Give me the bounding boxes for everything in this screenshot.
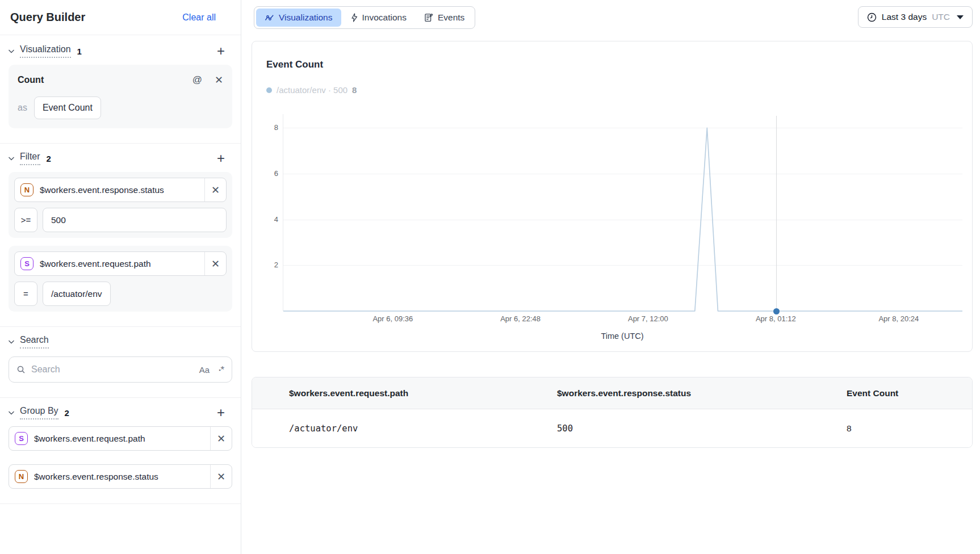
at-sign-icon[interactable]: @ bbox=[192, 74, 202, 86]
add-group-by-button[interactable]: + bbox=[217, 407, 225, 418]
close-icon: ✕ bbox=[217, 433, 225, 445]
clock-icon bbox=[867, 12, 877, 22]
group-by-field-pill[interactable]: S $workers.event.request.path ✕ bbox=[9, 426, 232, 451]
tab-visualizations[interactable]: Visualizations bbox=[256, 9, 341, 27]
search-box: Aa ▪* bbox=[9, 356, 232, 383]
top-bar: Visualizations Invocations Events Last 3… bbox=[241, 0, 980, 34]
sidebar-header: Query Builder Clear all bbox=[0, 0, 241, 35]
x-tick-label: Apr 8, 01:12 bbox=[736, 314, 815, 323]
y-tick-label: 8 bbox=[262, 123, 278, 133]
column-header-count: Event Count bbox=[847, 388, 972, 398]
add-filter-button[interactable]: + bbox=[217, 153, 225, 164]
chevron-down-icon[interactable] bbox=[8, 340, 15, 344]
pulse-chart-icon bbox=[265, 14, 274, 22]
string-type-icon: S bbox=[20, 257, 33, 270]
plot-area[interactable] bbox=[283, 114, 962, 311]
remove-group-by-button[interactable]: ✕ bbox=[210, 465, 232, 488]
section-divider bbox=[0, 503, 241, 504]
filter-count: 2 bbox=[47, 154, 51, 163]
filter-item: S $workers.event.request.path ✕ = /actua… bbox=[9, 246, 232, 312]
page-title: Query Builder bbox=[10, 11, 85, 24]
visualization-section: Visualization 1 + Count @ ✕ as Event Cou… bbox=[0, 35, 241, 128]
match-case-icon[interactable]: Aa bbox=[199, 365, 210, 375]
cell-count: 8 bbox=[847, 423, 972, 434]
add-visualization-button[interactable]: + bbox=[217, 45, 225, 57]
x-tick-label: Apr 6, 09:36 bbox=[353, 314, 433, 323]
tab-events[interactable]: Events bbox=[416, 9, 473, 27]
table-header-row: $workers.event.request.path $workers.eve… bbox=[252, 377, 972, 409]
number-type-icon: N bbox=[20, 183, 33, 196]
x-tick-label: Apr 7, 12:00 bbox=[608, 314, 688, 323]
metric-label[interactable]: Count bbox=[18, 75, 44, 85]
results-table: $workers.event.request.path $workers.eve… bbox=[252, 377, 973, 448]
column-header-status: $workers.event.response.status bbox=[557, 388, 847, 398]
cell-path: /actuator/env bbox=[289, 423, 557, 434]
time-range-selector[interactable]: Last 3 days UTC bbox=[858, 6, 973, 28]
group-by-field-name: $workers.event.response.status bbox=[34, 472, 210, 482]
caret-down-icon bbox=[957, 15, 964, 19]
legend-series-total: 8 bbox=[352, 85, 357, 95]
visualization-count: 1 bbox=[77, 47, 82, 56]
chevron-down-icon[interactable] bbox=[8, 157, 15, 161]
filter-operator-select[interactable]: = bbox=[14, 282, 37, 306]
legend-series-label: /actuator/env · 500 bbox=[277, 85, 347, 95]
number-type-icon: N bbox=[15, 470, 28, 483]
search-input[interactable] bbox=[31, 364, 199, 375]
remove-visualization-button[interactable]: ✕ bbox=[215, 74, 223, 86]
timezone-label: UTC bbox=[932, 12, 950, 22]
event-count-chart-card: Event Count /actuator/env · 500 8 2468 A… bbox=[252, 41, 973, 352]
search-icon bbox=[16, 365, 26, 374]
series-line-chart bbox=[283, 114, 962, 311]
legend-dot-icon bbox=[266, 87, 272, 93]
filter-value-input[interactable]: /actuator/env bbox=[43, 282, 111, 306]
clear-all-link[interactable]: Clear all bbox=[182, 12, 216, 23]
group-by-count: 2 bbox=[65, 408, 69, 418]
y-tick-label: 4 bbox=[262, 215, 278, 225]
filter-field-name: $workers.event.request.path bbox=[40, 259, 204, 269]
group-by-field-name: $workers.event.request.path bbox=[34, 434, 210, 444]
x-tick-label: Apr 8, 20:24 bbox=[859, 314, 939, 323]
main-content: Visualizations Invocations Events Last 3… bbox=[241, 0, 980, 554]
close-icon: ✕ bbox=[211, 258, 220, 270]
as-label: as bbox=[18, 103, 27, 113]
x-axis-title: Time (UTC) bbox=[283, 331, 962, 341]
search-section: Search Aa ▪* bbox=[0, 327, 241, 383]
string-type-icon: S bbox=[15, 432, 28, 445]
visualization-section-title[interactable]: Visualization bbox=[20, 44, 71, 58]
filter-section: Filter 2 + N $workers.event.response.sta… bbox=[0, 144, 241, 312]
tab-invocations[interactable]: Invocations bbox=[342, 9, 415, 27]
lightning-icon bbox=[351, 13, 358, 22]
filter-operator-select[interactable]: >= bbox=[14, 208, 37, 232]
chevron-down-icon[interactable] bbox=[8, 49, 15, 53]
filter-field-pill[interactable]: N $workers.event.response.status ✕ bbox=[14, 178, 227, 202]
remove-filter-button[interactable]: ✕ bbox=[204, 178, 226, 202]
regex-icon[interactable]: ▪* bbox=[219, 364, 224, 376]
filter-field-pill[interactable]: S $workers.event.request.path ✕ bbox=[14, 251, 227, 276]
event-log-icon bbox=[425, 13, 433, 22]
remove-group-by-button[interactable]: ✕ bbox=[210, 427, 232, 450]
chevron-down-icon[interactable] bbox=[8, 411, 15, 415]
chart-title: Event Count bbox=[266, 59, 323, 70]
filter-item: N $workers.event.response.status ✕ >= 50… bbox=[9, 172, 232, 238]
filter-section-title[interactable]: Filter bbox=[20, 152, 40, 165]
visualization-card: Count @ ✕ as Event Count bbox=[9, 65, 232, 128]
query-builder-panel: Query Builder Clear all Visualization 1 … bbox=[0, 0, 241, 554]
view-tabs: Visualizations Invocations Events bbox=[254, 6, 475, 29]
filter-value-input[interactable]: 500 bbox=[43, 208, 227, 232]
y-tick-label: 6 bbox=[262, 169, 278, 179]
search-section-title[interactable]: Search bbox=[20, 335, 49, 349]
data-point-marker[interactable] bbox=[773, 308, 780, 314]
close-icon: ✕ bbox=[211, 184, 220, 196]
alias-input[interactable]: Event Count bbox=[34, 96, 101, 119]
y-tick-label: 2 bbox=[262, 260, 278, 270]
time-range-label: Last 3 days bbox=[882, 12, 927, 22]
close-icon: ✕ bbox=[217, 471, 225, 483]
group-by-field-pill[interactable]: N $workers.event.response.status ✕ bbox=[9, 464, 232, 489]
group-by-section-title[interactable]: Group By bbox=[20, 406, 58, 419]
filter-field-name: $workers.event.response.status bbox=[40, 185, 204, 195]
legend-item[interactable]: /actuator/env · 500 8 bbox=[266, 85, 357, 95]
remove-filter-button[interactable]: ✕ bbox=[204, 252, 226, 275]
group-by-section: Group By 2 + S $workers.event.request.pa… bbox=[0, 398, 241, 489]
table-row[interactable]: /actuator/env 500 8 bbox=[252, 409, 972, 447]
column-header-path: $workers.event.request.path bbox=[289, 388, 557, 398]
